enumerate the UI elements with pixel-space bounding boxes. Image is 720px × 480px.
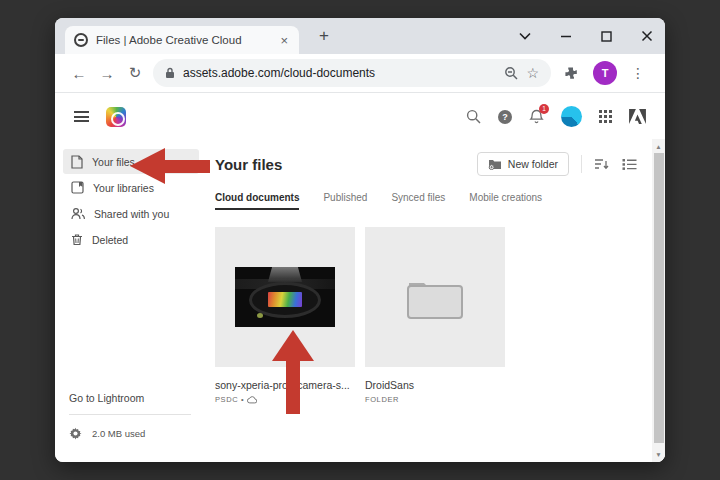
main-header-actions: New folder xyxy=(477,152,637,176)
sidebar-label: Your files xyxy=(92,156,135,168)
browser-tab[interactable]: Files | Adobe Creative Cloud × xyxy=(65,26,299,54)
file-type-label: PSDC • xyxy=(215,395,244,404)
toolbar-right: T ⋮ xyxy=(563,61,645,85)
file-name[interactable]: sony-xperia-pro-i-camera-s... xyxy=(215,379,355,391)
sidebar-divider xyxy=(69,414,191,415)
address-bar[interactable]: assets.adobe.com/cloud-documents ☆ xyxy=(153,59,551,87)
trash-icon xyxy=(71,233,83,246)
tab-close-icon[interactable]: × xyxy=(278,33,290,48)
sidebar-label: Shared with you xyxy=(94,208,169,220)
back-button[interactable]: ← xyxy=(65,59,93,87)
tab-search-chevron-icon[interactable] xyxy=(519,32,531,40)
cc-main: Your files New folder xyxy=(207,139,665,462)
tab-title: Files | Adobe Creative Cloud xyxy=(96,34,270,46)
cc-body: Your files Your libraries Shared with yo… xyxy=(55,139,665,462)
file-grid: sony-xperia-pro-i-camera-s... PSDC • xyxy=(215,227,665,404)
search-icon[interactable] xyxy=(466,109,481,124)
apps-grid-icon[interactable] xyxy=(599,110,612,123)
cloud-sync-icon xyxy=(247,396,257,404)
notifications-bell[interactable]: 1 xyxy=(529,109,544,125)
url-text[interactable]: assets.adobe.com/cloud-documents xyxy=(183,66,496,80)
desktop: Files | Adobe Creative Cloud × + xyxy=(0,0,720,480)
browser-profile-avatar[interactable]: T xyxy=(593,61,617,85)
file-card-droidsans[interactable]: DroidSans FOLDER xyxy=(365,227,505,404)
file-meta: PSDC • xyxy=(215,395,355,404)
creative-cloud-app-icon[interactable] xyxy=(106,107,126,127)
people-icon xyxy=(71,207,85,220)
sidebar-item-deleted[interactable]: Deleted xyxy=(63,227,199,252)
lock-icon xyxy=(165,67,175,79)
notification-badge: 1 xyxy=(539,104,549,114)
file-caption: sony-xperia-pro-i-camera-s... PSDC • xyxy=(215,379,355,404)
forward-button[interactable]: → xyxy=(93,59,121,87)
cc-header-actions: ? 1 xyxy=(466,106,646,127)
libraries-icon xyxy=(71,181,84,194)
sidebar-item-shared-with-you[interactable]: Shared with you xyxy=(63,201,199,226)
sort-icon[interactable] xyxy=(594,157,610,171)
maximize-button[interactable] xyxy=(601,31,612,42)
document-icon xyxy=(71,155,83,169)
browser-titlebar: Files | Adobe Creative Cloud × + xyxy=(55,18,665,54)
cc-header: ? 1 xyxy=(55,94,665,139)
window-controls xyxy=(519,18,653,54)
cc-sidebar: Your files Your libraries Shared with yo… xyxy=(55,139,207,462)
page-title: Your files xyxy=(215,156,282,173)
storage-row[interactable]: 2.0 MB used xyxy=(69,427,191,440)
go-to-lightroom-link[interactable]: Go to Lightroom xyxy=(69,392,191,404)
file-type-label: FOLDER xyxy=(365,395,399,404)
new-tab-button[interactable]: + xyxy=(311,23,337,49)
adobe-cc-favicon-icon xyxy=(74,33,88,47)
tab-cloud-documents[interactable]: Cloud documents xyxy=(215,192,299,210)
gear-icon xyxy=(69,427,82,440)
sidebar-footer: Go to Lightroom 2.0 MB used xyxy=(69,392,191,440)
help-icon[interactable]: ? xyxy=(498,110,512,124)
list-view-icon[interactable] xyxy=(622,158,637,171)
annotation-arrow-left-head xyxy=(130,148,165,184)
browser-toolbar: ← → ↻ assets.adobe.com/cloud-documents ☆… xyxy=(55,54,665,93)
minimize-button[interactable] xyxy=(560,30,572,42)
scrollbar-down-arrow[interactable]: ▼ xyxy=(652,448,665,461)
toolbar-divider xyxy=(581,155,582,173)
scrollbar-thumb[interactable] xyxy=(654,153,664,443)
reload-button[interactable]: ↻ xyxy=(121,59,149,87)
tab-synced-files[interactable]: Synced files xyxy=(391,192,445,210)
extensions-puzzle-icon[interactable] xyxy=(563,65,579,81)
annotation-arrow-up-shaft xyxy=(286,359,300,414)
tab-published[interactable]: Published xyxy=(323,192,367,210)
main-header: Your files New folder xyxy=(215,152,665,176)
file-caption: DroidSans FOLDER xyxy=(365,379,505,404)
zoom-out-icon[interactable] xyxy=(504,66,518,80)
new-folder-button[interactable]: New folder xyxy=(477,152,569,176)
tab-mobile-creations[interactable]: Mobile creations xyxy=(469,192,542,210)
sidebar-label: Deleted xyxy=(92,234,128,246)
file-card-sony-xperia[interactable]: sony-xperia-pro-i-camera-s... PSDC • xyxy=(215,227,355,404)
bookmark-star-icon[interactable]: ☆ xyxy=(526,65,539,81)
file-name[interactable]: DroidSans xyxy=(365,379,505,391)
cc-profile-avatar[interactable] xyxy=(561,106,582,127)
close-button[interactable] xyxy=(641,30,653,42)
annotation-arrow-up-head xyxy=(272,330,314,361)
new-folder-label: New folder xyxy=(508,158,558,170)
file-meta: FOLDER xyxy=(365,395,505,404)
new-folder-icon xyxy=(488,158,502,170)
hamburger-menu-icon[interactable] xyxy=(74,111,89,122)
page-scrollbar[interactable]: ▲ ▼ xyxy=(652,139,665,462)
folder-card-tile[interactable] xyxy=(365,227,505,367)
browser-menu-kebab-icon[interactable]: ⋮ xyxy=(631,65,645,81)
browser-window: Files | Adobe Creative Cloud × + xyxy=(55,18,665,462)
scrollbar-up-arrow[interactable]: ▲ xyxy=(652,140,665,153)
annotation-arrow-left-shaft xyxy=(163,160,210,173)
content-tabs: Cloud documents Published Synced files M… xyxy=(215,192,665,210)
folder-icon xyxy=(406,274,464,320)
file-thumbnail-camera-sensor-photo xyxy=(235,267,335,327)
storage-used-label: 2.0 MB used xyxy=(92,428,145,439)
adobe-logo-icon xyxy=(629,109,646,124)
